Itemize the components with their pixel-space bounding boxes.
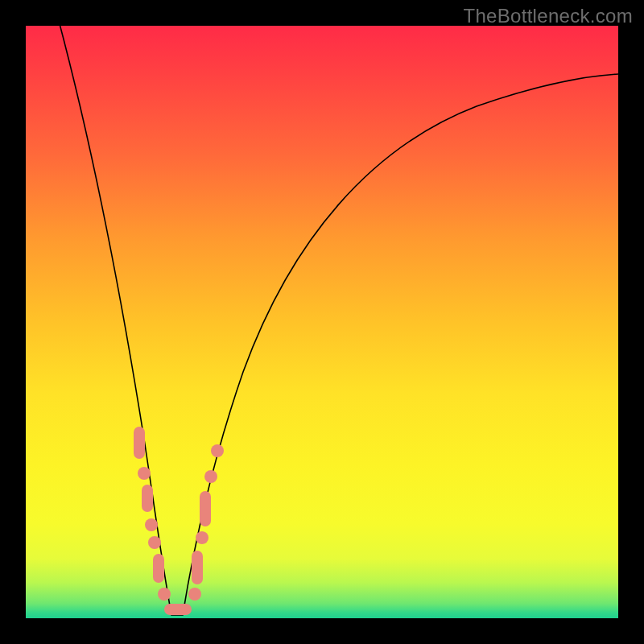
marker-left-pill-2 (142, 485, 153, 512)
marker-left-2 (145, 518, 158, 531)
plot-area (26, 26, 618, 618)
bottleneck-curve-path (58, 18, 618, 615)
marker-left-pill-3 (153, 554, 164, 583)
marker-left-top-pill (134, 427, 145, 459)
watermark-text: TheBottleneck.com (463, 5, 633, 27)
marker-left-3 (148, 536, 161, 549)
marker-right-3 (204, 470, 217, 483)
marker-left-4 (158, 588, 171, 601)
marker-right-1 (188, 588, 201, 601)
marker-right-pill-2 (200, 491, 211, 526)
marker-right-2 (196, 531, 208, 544)
chart-stage: TheBottleneck.com (0, 0, 644, 644)
marker-left-1 (138, 467, 151, 480)
marker-bottom-pill (164, 604, 192, 615)
marker-right-pill-1 (192, 551, 203, 584)
bottleneck-curve-svg (26, 26, 618, 618)
marker-right-4 (211, 444, 224, 457)
